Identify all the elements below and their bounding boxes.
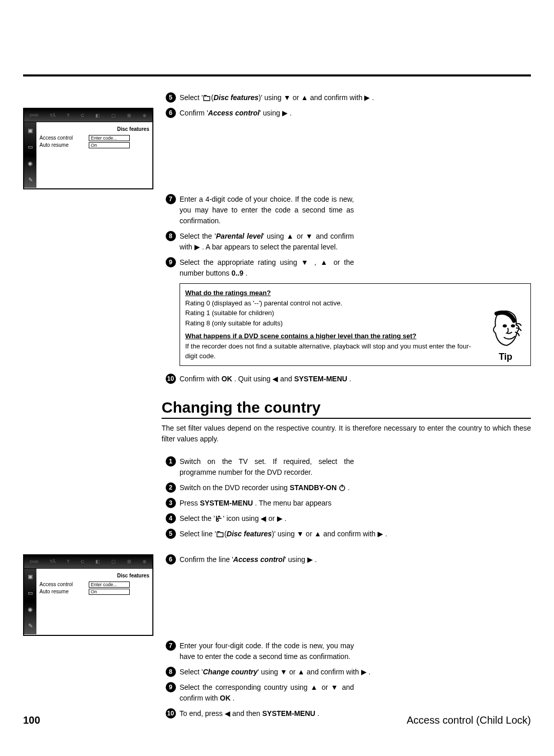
step-badge: 2	[166, 482, 176, 493]
step-badge: 7	[166, 194, 176, 204]
step-text: Press SYSTEM-MENU . The menu bar appears	[180, 498, 531, 509]
step-text: Select the appropriate rating using ▼ , …	[180, 257, 354, 279]
step-badge: 8	[166, 231, 176, 241]
step-text: Select 'Change country' using ▼ or ▲ and…	[180, 667, 531, 677]
step-text: Select line '(Disc features)' using ▼ or…	[180, 529, 531, 539]
step-text: Confirm 'Access control' using ▶ .	[180, 108, 531, 119]
svg-point-5	[216, 519, 219, 521]
step-badge: 10	[166, 374, 176, 384]
step-text: Select the corresponding country using ▲…	[180, 682, 354, 704]
section-heading: Changing the country	[162, 399, 531, 419]
svg-point-1	[503, 324, 507, 327]
step-text: Confirm the line 'Access control' using …	[180, 554, 531, 565]
step-text: Select the '' icon using ◀ or ▶ .	[180, 513, 531, 524]
footer-section: Access control (Child Lock)	[407, 714, 531, 726]
face-icon	[487, 309, 524, 351]
step-badge: 8	[166, 667, 176, 677]
step-text: Switch on the TV set. If required, selec…	[180, 456, 354, 478]
step-badge: 5	[166, 92, 176, 103]
step-badge: 1	[166, 456, 176, 467]
osd-graphic: DVD TÅTC◧▢⊞⊕ ▣ ▭ ◉ ✎ Disc features Acces…	[23, 554, 153, 636]
svg-point-6	[218, 532, 220, 533]
step-badge: 4	[166, 513, 176, 524]
section-intro: The set filter values depend on the resp…	[162, 423, 531, 445]
step-badge: 9	[166, 257, 176, 267]
step-text: Confirm with OK . Quit using ◀ and SYSTE…	[180, 374, 531, 384]
osd-graphic: DVD TÅTC◧▢⊞⊕ ▣ ▭ ◉ ✎ Disc features Acces…	[23, 108, 153, 189]
step-badge: 3	[166, 498, 176, 508]
step-badge: 7	[166, 641, 176, 651]
footer: 100 Access control (Child Lock)	[23, 714, 531, 726]
svg-point-0	[205, 95, 206, 97]
step-text: Enter a 4-digit code of your choice. If …	[180, 194, 354, 226]
step-text: Select the 'Parental level' using ▲ or ▼…	[180, 231, 354, 253]
page-number: 100	[23, 714, 40, 726]
step-badge: 9	[166, 682, 176, 692]
step-text: Enter your four-digit code. If the code …	[180, 641, 354, 662]
step-badge: 6	[166, 554, 176, 565]
svg-point-2	[511, 324, 515, 327]
step-text: Switch on the DVD recorder using STANDBY…	[180, 482, 531, 493]
tip-box: What do the ratings mean? Rating 0 (disp…	[180, 283, 531, 366]
step-badge: 5	[166, 529, 176, 539]
step-text: Select '(Disc features)' using ▼ or ▲ an…	[180, 92, 531, 103]
top-rule	[23, 74, 531, 76]
step-badge: 6	[166, 108, 176, 118]
